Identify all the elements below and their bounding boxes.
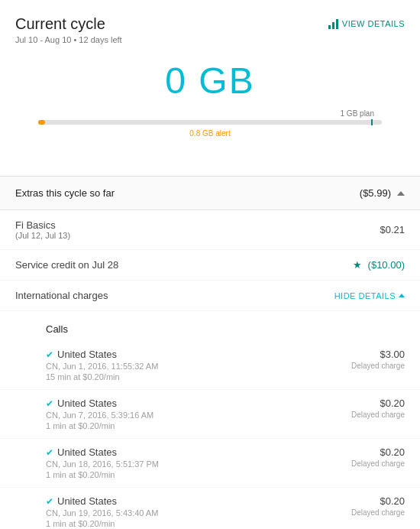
call-meta-2a: CN, Jun 7, 2016, 5:39:16 AM: [46, 411, 351, 420]
call-destination-4: ✔ United States: [46, 495, 351, 507]
fi-basics-label: Fi Basics: [15, 219, 70, 231]
call-amount-3: $0.20: [351, 446, 405, 458]
call-right-3: $0.20 Delayed charge: [351, 446, 405, 468]
intl-charges-row: International charges HIDE DETAILS: [0, 281, 420, 311]
call-left-2: ✔ United States CN, Jun 7, 2016, 5:39:16…: [46, 398, 351, 430]
call-left-3: ✔ United States CN, Jun 18, 2016, 5:51:3…: [46, 446, 351, 479]
progress-container: 1 GB plan 0.8 GB alert: [38, 109, 382, 138]
check-icon-3: ✔: [46, 447, 53, 458]
call-meta-3a: CN, Jun 18, 2016, 5:51:37 PM: [46, 459, 351, 469]
check-icon-2: ✔: [46, 398, 53, 409]
plan-label: 1 GB plan: [341, 109, 374, 118]
check-icon-1: ✔: [46, 349, 53, 360]
extras-title: Extras this cycle so far: [15, 187, 115, 199]
progress-labels: 1 GB plan: [38, 109, 382, 118]
call-meta-4b: 1 min at $0.20/min: [46, 519, 351, 528]
calls-section-header: Calls: [0, 311, 420, 341]
chevron-up-icon: [399, 294, 405, 297]
call-right-4: $0.20 Delayed charge: [351, 495, 405, 517]
call-destination-2: ✔ United States: [46, 398, 351, 409]
fi-basics-amount: $0.21: [380, 224, 405, 235]
call-tag-4: Delayed charge: [351, 508, 405, 517]
call-item-2: ✔ United States CN, Jun 7, 2016, 5:39:16…: [0, 390, 420, 439]
call-item-3: ✔ United States CN, Jun 18, 2016, 5:51:3…: [0, 439, 420, 488]
extras-header: Extras this cycle so far ($5.99): [0, 177, 420, 209]
extras-amount: ($5.99): [360, 187, 405, 199]
call-right-2: $0.20 Delayed charge: [351, 398, 405, 419]
call-amount-4: $0.20: [351, 495, 405, 507]
call-destination-3: ✔ United States: [46, 446, 351, 458]
progress-bar: [38, 120, 382, 125]
fi-basics-row: Fi Basics (Jul 12, Jul 13) $0.21: [0, 210, 420, 250]
view-details-button[interactable]: VIEW DETAILS: [328, 18, 405, 29]
service-credit-row: Service credit on Jul 28 ★ ($10.00): [0, 250, 420, 281]
call-item-4: ✔ United States CN, Jun 19, 2016, 5:43:4…: [0, 488, 420, 529]
collapse-icon[interactable]: [397, 191, 405, 196]
chart-icon: [328, 18, 338, 29]
call-tag-3: Delayed charge: [351, 459, 405, 468]
call-amount-2: $0.20: [351, 398, 405, 409]
service-credit-amount: ★ ($10.00): [353, 259, 405, 271]
page-subtitle: Jul 10 - Aug 10 • 12 days left: [15, 35, 122, 44]
call-right-1: $3.00 Delayed charge: [351, 349, 405, 370]
data-amount: 0 GB: [15, 60, 405, 102]
page-header: Current cycle Jul 10 - Aug 10 • 12 days …: [0, 0, 420, 52]
hide-details-button[interactable]: HIDE DETAILS: [334, 291, 405, 300]
call-meta-3b: 1 min at $0.20/min: [46, 470, 351, 479]
progress-fill: [38, 120, 45, 125]
call-left-4: ✔ United States CN, Jun 19, 2016, 5:43:4…: [46, 495, 351, 528]
call-meta-2b: 1 min at $0.20/min: [46, 421, 351, 430]
data-section: 0 GB 1 GB plan 0.8 GB alert: [0, 52, 420, 176]
call-item-1: ✔ United States CN, Jun 1, 2016, 11:55:3…: [0, 341, 420, 390]
call-meta-4a: CN, Jun 19, 2016, 5:43:40 AM: [46, 508, 351, 518]
intl-charges-label: International charges: [15, 290, 108, 301]
alert-label: 0.8 GB alert: [38, 129, 382, 138]
service-credit-label: Service credit on Jul 28: [15, 259, 118, 271]
call-tag-1: Delayed charge: [351, 362, 405, 370]
call-meta-1b: 15 min at $0.20/min: [46, 372, 351, 381]
plan-marker: [371, 119, 373, 125]
fi-basics-meta: (Jul 12, Jul 13): [15, 231, 70, 240]
check-icon-4: ✔: [46, 496, 53, 507]
call-tag-2: Delayed charge: [351, 411, 405, 419]
call-destination-1: ✔ United States: [46, 349, 351, 360]
call-meta-1a: CN, Jun 1, 2016, 11:55:32 AM: [46, 362, 351, 371]
page-title: Current cycle: [15, 15, 122, 33]
call-left-1: ✔ United States CN, Jun 1, 2016, 11:55:3…: [46, 349, 351, 381]
call-amount-1: $3.00: [351, 349, 405, 360]
star-icon: ★: [353, 259, 362, 271]
